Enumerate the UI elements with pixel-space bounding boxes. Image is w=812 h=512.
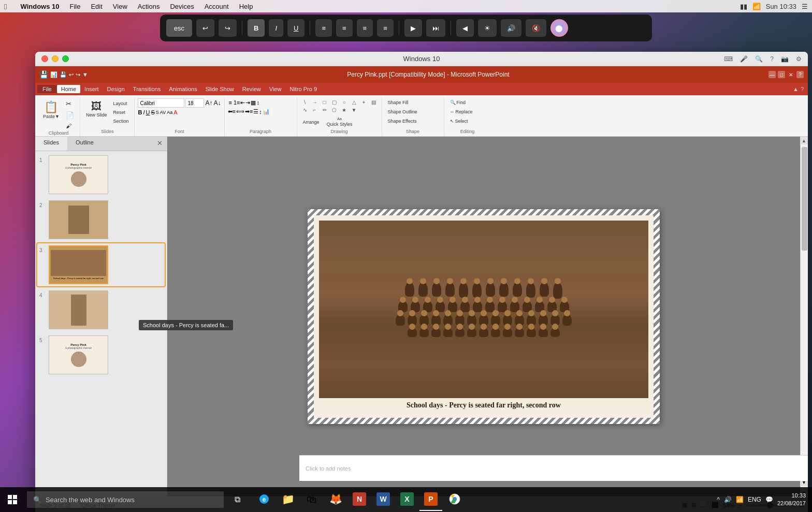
tb-align-left-button[interactable]: ≡ bbox=[315, 19, 332, 37]
tb-italic-button[interactable]: I bbox=[269, 19, 283, 37]
settings-icon[interactable]: ⚙ bbox=[796, 55, 802, 63]
customize-btn[interactable]: ▼ bbox=[82, 71, 88, 78]
tb-align-right-button[interactable]: ≡ bbox=[357, 19, 373, 37]
vertical-scrollbar[interactable]: ▲ ▲ □ ▼ ▼ bbox=[800, 137, 808, 496]
bold-button[interactable]: B bbox=[138, 109, 142, 115]
strikethrough-button[interactable]: S bbox=[151, 109, 154, 115]
tb-mute-button[interactable]: 🔇 bbox=[526, 19, 546, 37]
menu-help[interactable]: Help bbox=[234, 2, 258, 11]
redo-btn[interactable]: ↪ bbox=[76, 71, 80, 78]
minimize-button[interactable] bbox=[52, 55, 59, 62]
slide-item-4[interactable]: 4 bbox=[37, 288, 165, 331]
shape-effects-button[interactable]: Shape Effects bbox=[385, 117, 420, 125]
tb-back-button[interactable]: ◀ bbox=[456, 19, 474, 37]
tab-view[interactable]: View bbox=[265, 85, 286, 93]
shape-line[interactable]: \ bbox=[300, 98, 310, 106]
scrollbar-thumb[interactable] bbox=[802, 147, 807, 251]
shape-triangle[interactable]: △ bbox=[350, 98, 359, 106]
taskbar-unknown[interactable]: N bbox=[348, 488, 371, 511]
shape-star[interactable]: ★ bbox=[340, 106, 349, 113]
shape-expand[interactable]: ▼ bbox=[350, 106, 359, 113]
save-btn[interactable]: 💾 bbox=[60, 71, 67, 78]
shape-rect[interactable]: □ bbox=[320, 98, 329, 106]
taskbar-chrome[interactable] bbox=[443, 488, 466, 511]
taskbar-excel[interactable]: X bbox=[396, 488, 418, 511]
tab-insert[interactable]: Insert bbox=[80, 85, 103, 93]
columns-btn[interactable]: ▦ bbox=[251, 99, 256, 106]
replace-button[interactable]: ↔ Replace bbox=[447, 108, 475, 116]
ppt-restore-btn[interactable]: □ bbox=[778, 71, 785, 78]
ribbon-collapse-btn[interactable]: ▲ bbox=[793, 86, 801, 92]
bullet-list-btn[interactable]: ≡ bbox=[228, 98, 233, 107]
paste-button[interactable]: 📋 Paste▼ bbox=[40, 98, 62, 121]
tb-play-button[interactable]: ▶ bbox=[404, 19, 422, 37]
taskbar-search[interactable]: 🔍 Search the web and Windows bbox=[27, 491, 224, 508]
tb-bold-button[interactable]: B bbox=[248, 19, 265, 37]
tb-brightness-button[interactable]: ☀ bbox=[478, 19, 497, 37]
mic-icon[interactable]: 🎤 bbox=[740, 55, 748, 63]
layout-button[interactable]: Layout bbox=[110, 99, 131, 108]
decrease-font-btn[interactable]: A↓ bbox=[214, 99, 221, 107]
close-panel-btn[interactable]: ✕ bbox=[153, 137, 167, 151]
decrease-indent-btn[interactable]: ⇤ bbox=[240, 99, 245, 106]
slide-thumb-1[interactable]: Percy Pink A photographic memoir bbox=[49, 155, 108, 194]
smart-art-btn[interactable]: 📊 bbox=[263, 108, 270, 115]
network-icon[interactable]: 📶 bbox=[736, 496, 744, 503]
tb-next-button[interactable]: ⏭ bbox=[426, 19, 445, 37]
chevron-up-icon[interactable]: ^ bbox=[717, 496, 720, 503]
maximize-button[interactable] bbox=[62, 55, 69, 62]
format-painter-button[interactable]: 🖌 bbox=[63, 121, 77, 130]
italic-button[interactable]: I bbox=[143, 109, 144, 115]
ppt-minimize-btn[interactable]: — bbox=[769, 71, 776, 78]
justify-btn[interactable]: ☰ bbox=[253, 108, 258, 115]
language-icon[interactable]: ENG bbox=[748, 496, 761, 503]
align-left-btn[interactable]: ⬅≡ bbox=[228, 108, 236, 115]
shape-rounded-rect[interactable]: ▢ bbox=[330, 98, 339, 106]
tb-undo-button[interactable]: ↩ bbox=[196, 19, 214, 37]
align-right-btn[interactable]: ➡≡ bbox=[245, 108, 253, 115]
taskbar-word[interactable]: W bbox=[372, 488, 395, 511]
copy-button[interactable]: 📄 bbox=[63, 110, 77, 121]
font-color-button[interactable]: A bbox=[173, 109, 177, 115]
slide-thumb-4[interactable] bbox=[49, 290, 108, 329]
menu-devices[interactable]: Devices bbox=[165, 2, 199, 11]
underline-button[interactable]: U bbox=[146, 109, 150, 115]
menu-account[interactable]: Account bbox=[199, 2, 234, 11]
shape-oval[interactable]: ○ bbox=[340, 98, 349, 106]
slide-photo[interactable] bbox=[319, 221, 648, 398]
slide-thumb-5[interactable]: Percy Pink A photographic memoir bbox=[49, 335, 108, 374]
spacing-button[interactable]: AV bbox=[160, 110, 166, 115]
tb-justify-button[interactable]: ≡ bbox=[377, 19, 394, 37]
screenshot-icon[interactable]: 📷 bbox=[781, 55, 789, 63]
tb-siri-button[interactable]: ⬤ bbox=[550, 19, 568, 37]
ppt-help-btn[interactable]: ? bbox=[796, 71, 804, 78]
taskbar-explorer[interactable]: 📁 bbox=[277, 488, 299, 511]
shape-freeform[interactable]: ✏ bbox=[320, 106, 329, 113]
arrange-button[interactable]: Arrange bbox=[300, 118, 322, 126]
slide-item-3[interactable]: 3 School days - Percy is seated far righ… bbox=[37, 243, 165, 286]
tab-slides[interactable]: Slides bbox=[35, 137, 67, 151]
tab-slideshow[interactable]: Slide Show bbox=[201, 85, 238, 93]
taskbar-store[interactable]: 🛍 bbox=[300, 488, 323, 511]
tb-redo-button[interactable]: ↪ bbox=[219, 19, 237, 37]
tab-outline[interactable]: Outline bbox=[67, 137, 102, 151]
scroll-up-btn[interactable]: ▲ bbox=[800, 137, 808, 144]
quick-styles-button[interactable]: Aa Quick Styles bbox=[324, 115, 355, 128]
line-spacing-btn[interactable]: ↕ bbox=[259, 109, 262, 115]
notification-icon[interactable]: 💬 bbox=[765, 496, 773, 503]
undo-btn[interactable]: ↩ bbox=[69, 71, 74, 78]
tab-home[interactable]: Home bbox=[57, 85, 80, 93]
select-button[interactable]: ↖ Select bbox=[447, 117, 475, 125]
task-view-button[interactable]: ⧉ bbox=[226, 488, 249, 511]
shape-more[interactable]: + bbox=[359, 98, 369, 106]
tab-animations[interactable]: Animations bbox=[165, 85, 201, 93]
taskbar-powerpoint[interactable]: P bbox=[419, 488, 442, 511]
slide-item-1[interactable]: 1 Percy Pink A photographic memoir bbox=[37, 153, 165, 196]
taskbar-clock[interactable]: 10:33 22/08/2017 bbox=[777, 492, 806, 508]
close-button[interactable] bbox=[41, 55, 48, 62]
taskbar-firefox[interactable]: 🦊 bbox=[324, 488, 347, 511]
help-icon[interactable]: ? bbox=[770, 55, 774, 63]
help-btn[interactable]: ? bbox=[801, 86, 806, 92]
menu-windows10[interactable]: Windows 10 bbox=[15, 2, 64, 11]
search-icon[interactable]: 🔍 bbox=[755, 55, 763, 63]
